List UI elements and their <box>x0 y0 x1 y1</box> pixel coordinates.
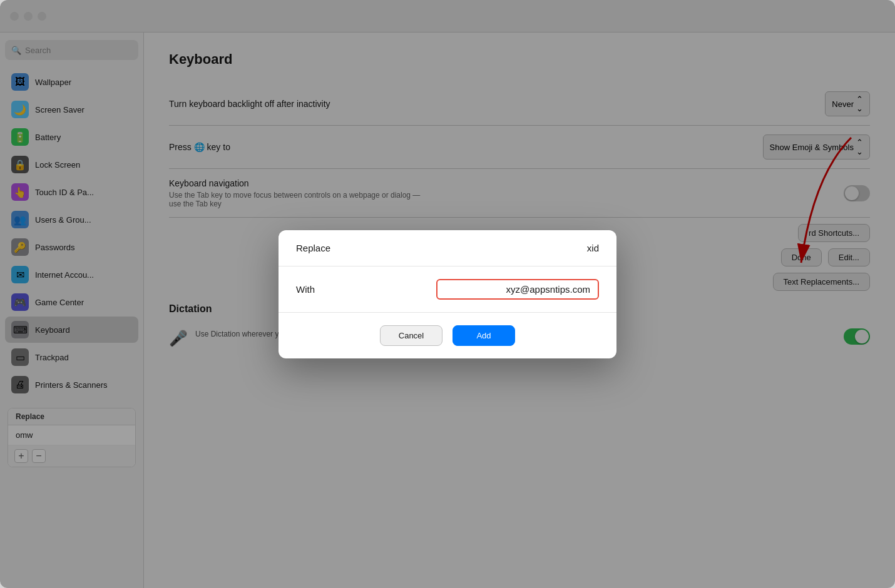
cancel-button[interactable]: Cancel <box>380 325 442 346</box>
text-replacement-modal: Replace xid With Cancel Add <box>279 230 616 358</box>
with-value-container <box>346 279 599 300</box>
modal-overlay: Replace xid With Cancel Add <box>0 0 895 588</box>
replace-value: xid <box>346 243 599 253</box>
main-window: 🔍 Search 🖼 Wallpaper 🌙 Screen Saver 🔋 Ba… <box>0 0 895 588</box>
with-field: With <box>279 266 616 313</box>
replace-field: Replace xid <box>279 230 616 266</box>
with-input[interactable] <box>436 279 599 300</box>
replace-text-value: xid <box>587 243 599 253</box>
with-label: With <box>296 284 346 295</box>
modal-body: Replace xid With <box>279 230 616 313</box>
replace-label: Replace <box>296 243 346 253</box>
add-button[interactable]: Add <box>453 325 515 346</box>
modal-footer: Cancel Add <box>279 313 616 358</box>
